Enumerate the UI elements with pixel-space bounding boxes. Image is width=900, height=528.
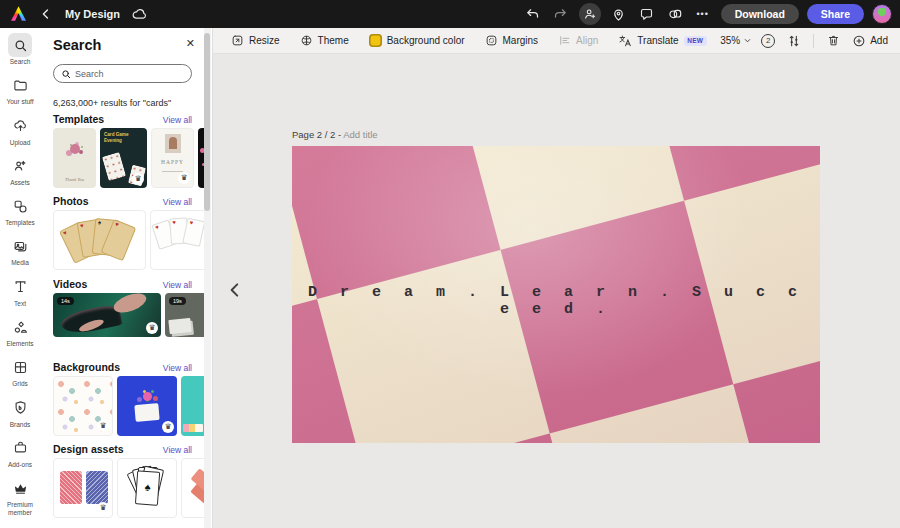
pro-crown-badge: ♛ [146,322,158,334]
view-all-templates[interactable]: View all [163,115,192,125]
asset-thumb-arm[interactable] [181,458,205,518]
location-pin-icon[interactable] [609,4,629,24]
search-input[interactable] [75,69,175,79]
app-logo-icon[interactable] [10,6,27,23]
grids-icon [8,355,32,379]
sidebar-item-upload[interactable]: Upload [0,114,40,147]
sidebar-item-text[interactable]: Text [0,275,40,308]
background-color-swatch [369,34,382,47]
panel-scrollbar-thumb[interactable] [204,33,210,211]
card-back-art [60,471,82,504]
back-button[interactable] [36,4,56,24]
section-title-templates: Templates [53,113,104,125]
page-count-button[interactable]: 2 [761,34,775,48]
add-circle-icon [852,34,866,48]
previous-page-button[interactable] [223,275,247,305]
media-icon [8,234,32,258]
sidebar-item-brands[interactable]: Brands [0,396,40,429]
download-button[interactable]: Download [721,4,799,24]
card-back-art [86,471,108,504]
theme-button[interactable]: Theme [290,28,359,54]
pro-crown-badge: ♛ [132,173,144,185]
template-thumb-happy[interactable]: HAPPY ♛ [151,128,194,188]
section-title-design-assets: Design assets [53,443,124,455]
sidebar-item-search[interactable]: Search [0,33,40,66]
section-title-videos: Videos [53,278,87,290]
add-page-button[interactable]: Add [852,34,888,48]
asset-thumb-card-backs[interactable]: ♛ [53,458,113,518]
sidebar-item-media[interactable]: Media [0,234,40,267]
document-title[interactable]: My Design [65,8,120,20]
close-icon[interactable]: ✕ [186,37,195,50]
view-all-photos[interactable]: View all [163,197,192,207]
share-screen-icon[interactable] [665,4,685,24]
video-thumb-shuffle[interactable]: 14s ♛ [53,293,161,337]
delete-page-button[interactable] [823,31,843,51]
view-all-backgrounds[interactable]: View all [163,363,192,373]
align-button: Align [548,28,608,54]
sidebar-item-assets[interactable]: Assets [0,154,40,187]
section-title-photos: Photos [53,195,89,207]
panel-scrollbar-track[interactable] [204,28,211,528]
cloud-sync-icon [129,4,149,24]
pro-crown-badge: ♛ [162,421,174,433]
more-options-button[interactable]: ••• [693,4,713,24]
share-button[interactable]: Share [807,4,864,24]
view-all-design-assets[interactable]: View all [163,445,192,455]
add-collaborator-button[interactable] [579,3,601,25]
ace-card-art [135,470,160,506]
background-thumb-pattern[interactable]: ♛ [53,376,113,436]
app-window: My Design ••• Dow [0,0,900,528]
template-thumb-flower[interactable]: Thank You [53,128,96,188]
resize-icon [231,34,244,47]
pro-crown-badge: ♛ [178,172,190,184]
flower-art [70,144,80,154]
page-label[interactable]: Page 2 / 2 - Add title [292,129,378,140]
resize-button[interactable]: Resize [221,28,290,54]
redo-button[interactable] [551,4,571,24]
translate-button[interactable]: Translate NEW [608,28,716,54]
undo-button[interactable] [523,4,543,24]
comment-button[interactable] [637,4,657,24]
new-badge: NEW [684,36,707,46]
photo-thumb-gold-cards[interactable] [53,210,146,270]
zoom-control[interactable]: 35% [720,35,752,46]
reorder-pages-icon[interactable] [784,31,804,51]
template-thumb-card-game[interactable]: Card Game Evening ♛ [100,128,147,188]
sidebar-item-premium[interactable]: Premium member [0,476,40,517]
photo-thumb-hand-cards[interactable] [150,210,205,270]
canvas-page[interactable]: D r e a m . L e a r n . S u c c e e d . [292,146,820,443]
margins-button[interactable]: Margins [475,28,549,54]
sidebar-item-elements[interactable]: Elements [0,315,40,348]
add-ons-icon [8,436,32,460]
pro-crown-badge: ♛ [97,502,109,514]
toolbar-divider [813,34,814,48]
sidebar-item-grids[interactable]: Grids [0,355,40,388]
sidebar-item-your-stuff[interactable]: Your stuff [0,73,40,106]
crown-icon [8,476,32,500]
duration-badge: 14s [57,297,74,305]
brands-icon [8,396,32,420]
asset-thumb-card-fan[interactable] [117,458,177,518]
panel-title: Search [53,37,101,53]
align-icon [558,34,571,47]
background-thumb-teal[interactable] [181,376,205,436]
user-avatar[interactable] [872,4,892,24]
search-panel: Search ✕ 6,263,000+ results for "cards" … [40,28,213,528]
canvas-toolbar: Resize Theme Background color Margins Al… [213,28,900,54]
chevron-left-icon [226,279,244,301]
add-title-placeholder[interactable]: Add title [343,129,377,140]
results-count: 6,263,000+ results for "cards" [53,98,171,108]
laptop-art [168,318,191,334]
video-thumb-laptop[interactable]: 19s [165,293,205,337]
text-icon [8,275,32,299]
background-thumb-flowers[interactable]: ♛ [117,376,177,436]
view-all-videos[interactable]: View all [163,280,192,290]
arm-art [191,468,205,495]
sidebar-item-add-ons[interactable]: Add-ons [0,436,40,469]
sidebar-item-templates[interactable]: Templates [0,194,40,227]
background-color-button[interactable]: Background color [359,28,475,54]
quote-text[interactable]: D r e a m . L e a r n . S u c c e e d . [292,284,820,318]
flowers-art [143,392,152,401]
chevron-down-icon [743,36,752,45]
